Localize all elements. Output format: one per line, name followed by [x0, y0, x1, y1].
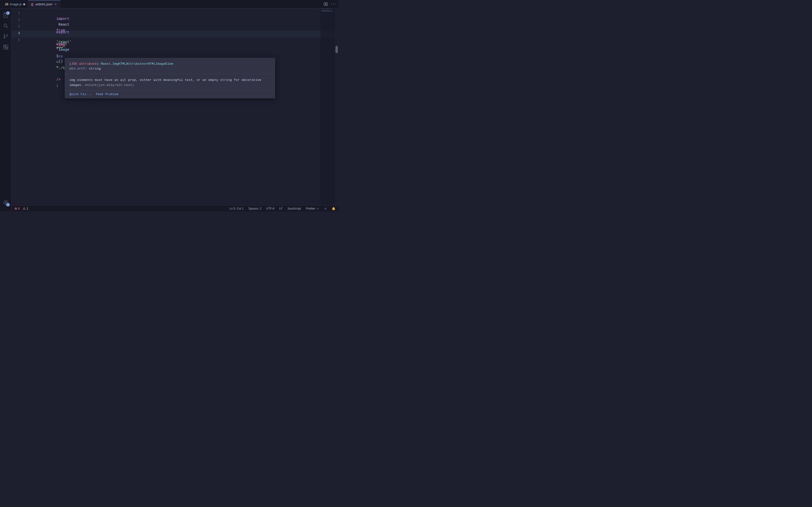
tab-bar: JS Image.js {} .eslintrc.json ✕ ···	[0, 0, 338, 8]
scrollbar-thumb[interactable]	[336, 46, 338, 53]
status-right: Ln 5, Col 1 Spaces: 2 UTF-8 LF JavaScrip…	[230, 207, 336, 210]
svg-rect-1	[326, 3, 327, 6]
settings-badge: 1	[6, 203, 10, 207]
svg-point-17	[5, 202, 6, 203]
quick-fix-link[interactable]: Quick Fix...	[69, 93, 92, 96]
prettier-label: Prettier: ✓	[306, 207, 319, 210]
svg-rect-13	[4, 47, 6, 49]
svg-rect-0	[324, 3, 325, 6]
diag-paren-close: )	[97, 62, 99, 66]
editor-area: 1 import React from 'react' ;	[12, 8, 338, 211]
js-file-icon: JS	[5, 3, 8, 6]
tab-image-js-label: Image.js	[10, 2, 22, 6]
tab-image-js[interactable]: JS Image.js	[2, 0, 28, 8]
status-prettier[interactable]: Prettier: ✓	[306, 207, 319, 210]
svg-point-11	[4, 38, 5, 39]
status-errors[interactable]: ⊗ 0	[14, 207, 20, 210]
diag-angle-open: <	[146, 62, 148, 66]
diag-paren-open: (	[69, 62, 71, 66]
diag-type-string: string	[89, 67, 101, 70]
token-img-open: <img	[56, 43, 65, 47]
token-indent	[56, 37, 61, 41]
code-line-3: 3 export const Image = () ⇒	[12, 24, 338, 31]
svg-rect-14	[6, 45, 8, 47]
token-src-attr: src	[56, 55, 63, 59]
files-badge: 1	[6, 11, 10, 15]
token-sp4	[56, 49, 58, 53]
code-line-1: 1 import React from 'react' ;	[12, 10, 338, 17]
diagnostic-message: img elements must have an alt prop, eith…	[65, 74, 275, 91]
diagnostic-type-info: (JSX attribute) React.ImgHTMLAttributes<…	[65, 58, 275, 74]
tab-eslintrc-label: .eslintrc.json	[35, 2, 52, 6]
svg-point-9	[4, 35, 5, 36]
diagnostic-popup: (JSX attribute) React.ImgHTMLAttributes<…	[65, 58, 275, 98]
diag-space2	[87, 67, 89, 70]
activity-icon-settings[interactable]: 1	[1, 198, 11, 207]
svg-point-10	[6, 35, 8, 36]
line-number-1: 1	[12, 10, 26, 16]
activity-icon-search[interactable]	[1, 21, 11, 31]
json-file-icon: {}	[31, 3, 33, 6]
svg-line-8	[6, 26, 8, 28]
code-lines: 1 import React from 'react' ;	[12, 8, 338, 46]
tab-modified-dot	[23, 3, 25, 5]
warning-icon: ⚠	[23, 207, 26, 210]
line-number-5: 5	[12, 38, 26, 43]
code-line-4: 4 <img src = "./ketchup.png" /> ;	[12, 31, 338, 38]
status-spaces[interactable]: Spaces: 2	[248, 207, 261, 210]
token-sp4b	[56, 72, 58, 76]
status-bar: ⊗ 0 ⚠ 1 Ln 5, Col 1 Spaces: 2 UTF-8 LF J…	[12, 206, 338, 211]
token-import: import	[56, 17, 69, 21]
diag-eslint-rule: eslint(jsx-a11y/alt-text)	[85, 83, 134, 87]
activity-bar: 1	[0, 8, 12, 211]
minimap	[320, 8, 335, 206]
diag-class-htmlimg2: nt	[69, 67, 73, 70]
status-line-ending[interactable]: LF	[279, 207, 283, 210]
diag-qmark: ?:	[83, 67, 87, 70]
line-number-4: 4	[12, 31, 26, 36]
tab-close-button[interactable]: ✕	[54, 2, 57, 6]
status-bell[interactable]: 🔔	[332, 207, 336, 210]
diag-prop-src: src	[77, 67, 83, 70]
error-icon: ⊗	[14, 207, 17, 210]
diag-class-react: React	[101, 62, 111, 66]
tab-bar-actions: ···	[323, 1, 337, 7]
svg-rect-16	[6, 47, 8, 49]
line-number-3: 3	[12, 24, 26, 29]
token-eq4: =	[56, 60, 58, 64]
activity-icon-extensions[interactable]	[1, 42, 11, 52]
token-semi4: ;	[56, 83, 58, 88]
scrollbar-track[interactable]	[335, 8, 338, 206]
more-actions-button[interactable]: ···	[331, 1, 337, 7]
diagnostic-actions: Quick Fix... Peek Problem	[65, 91, 275, 98]
status-smiley[interactable]: ☺	[324, 207, 327, 210]
status-language[interactable]: JavaScript	[287, 207, 301, 210]
status-warnings[interactable]: ⚠ 1	[23, 207, 28, 210]
tab-eslintrc-json[interactable]: {} .eslintrc.json ✕	[28, 0, 61, 8]
svg-rect-15	[4, 45, 6, 47]
diag-class-imgattrs: ImgHTMLAttributes	[112, 62, 146, 66]
code-editor[interactable]: 1 import React from 'react' ;	[12, 8, 338, 206]
peek-problem-link[interactable]: Peek Problem	[96, 93, 119, 96]
activity-icon-files[interactable]: 1	[1, 10, 11, 20]
activity-icon-source-control[interactable]	[1, 32, 11, 41]
split-editor-button[interactable]	[323, 1, 329, 7]
error-count: 0	[18, 207, 20, 210]
status-encoding[interactable]: UTF-8	[266, 207, 274, 210]
line-number-2: 2	[12, 17, 26, 22]
status-position[interactable]: Ln 5, Col 1	[230, 207, 244, 210]
diag-jsx-label: JSX attribute	[71, 62, 97, 66]
diag-class-htmlimg: HTMLImageElem	[148, 62, 173, 66]
token-self-close: />	[56, 78, 61, 82]
warning-count: 1	[27, 207, 28, 210]
